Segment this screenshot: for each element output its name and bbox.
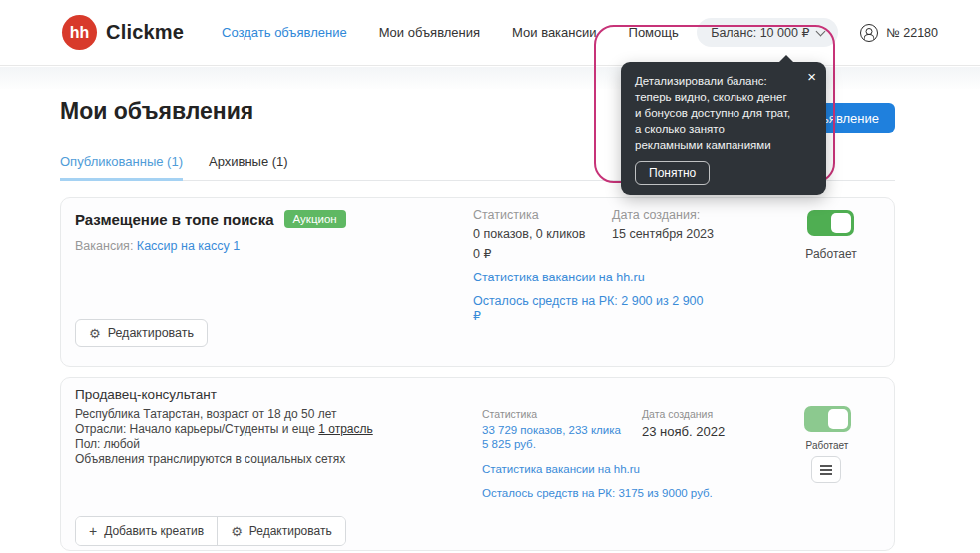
account-menu[interactable]: № 22180 <box>860 24 938 42</box>
tab-archived[interactable]: Архивные (1) <box>209 154 288 181</box>
nav-my-ads[interactable]: Мои объявления <box>379 25 480 40</box>
status-label: Работает <box>792 440 862 451</box>
vacancy-stats-link[interactable]: Статистика вакансии на hh.ru <box>473 271 713 284</box>
toggle-knob <box>828 409 848 429</box>
edit-button-label: Редактировать <box>249 524 332 538</box>
budget-remaining-link[interactable]: Осталось средств на РК: 2 900 из 2 900 ₽ <box>473 294 713 323</box>
created-label: Дата создания <box>642 408 725 420</box>
clickme-logo[interactable]: hh Clickme <box>62 15 184 50</box>
ad-card-top-placement: Размещение в топе поиска Аукцион Ваканси… <box>60 197 895 367</box>
chevron-down-icon <box>816 26 826 36</box>
region-line: Республика Татарстан, возраст от 18 до 5… <box>75 407 373 422</box>
vacancy-stats-link[interactable]: Статистика вакансии на hh.ru <box>482 463 722 475</box>
add-creative-button[interactable]: + Добавить креатив <box>76 517 217 545</box>
vacancy-label: Вакансия: <box>75 239 133 253</box>
nav-create-ad[interactable]: Создать объявление <box>222 25 347 40</box>
gear-icon: ⚙ <box>231 525 243 538</box>
clickme-app: hh Clickme Создать объявление Мои объявл… <box>0 0 980 553</box>
top-header: hh Clickme Создать объявление Мои объявл… <box>0 0 980 66</box>
nav-my-vacancies[interactable]: Мои вакансии <box>512 25 596 40</box>
budget-remaining-link[interactable]: Осталось средств на РК: 3175 из 9000 руб… <box>482 487 722 499</box>
header-right: Баланс: 10 000 ₽ № 22180 <box>697 18 938 47</box>
industry-more-link[interactable]: 1 отрасль <box>318 422 373 436</box>
hh-logo-icon: hh <box>62 15 97 50</box>
stats-spend: 0 ₽ <box>473 246 713 261</box>
gear-icon: ⚙ <box>89 327 101 340</box>
close-icon[interactable]: × <box>807 69 816 84</box>
created-column: Дата создания 23 нояб. 2022 <box>642 408 725 439</box>
card-menu-button[interactable] <box>811 456 841 483</box>
toggle-knob <box>831 213 851 233</box>
created-column: Дата создания: 15 сентября 2023 <box>612 208 714 241</box>
status-toggle[interactable] <box>807 210 854 236</box>
vacancy-row: Вакансия: Кассир на кассу 1 <box>75 239 240 253</box>
industry-line: Отрасли: Начало карьеры/Студенты и еще 1… <box>75 422 373 437</box>
add-creative-label: Добавить креатив <box>104 524 204 538</box>
auction-badge: Аукцион <box>284 210 346 228</box>
main-nav: Создать объявление Мои объявления Мои ва… <box>222 25 679 40</box>
menu-icon <box>820 469 832 471</box>
created-value: 23 нояб. 2022 <box>642 424 725 439</box>
stats-spend-link[interactable]: 5 825 руб. <box>482 438 722 450</box>
edit-button-label: Редактировать <box>108 326 194 340</box>
edit-button[interactable]: ⚙ Редактировать <box>75 319 208 347</box>
user-icon <box>860 24 878 42</box>
ad-card-seller-consultant: Продавец-консультант Республика Татарста… <box>60 377 895 551</box>
gender-line: Пол: любой <box>75 437 373 452</box>
status-toggle[interactable] <box>804 406 851 432</box>
nav-help[interactable]: Помощь <box>629 25 679 40</box>
balance-coachmark-tooltip: × Детализировали баланс: теперь видно, с… <box>621 62 826 195</box>
plus-icon: + <box>89 524 97 538</box>
card-title-row: Размещение в топе поиска Аукцион <box>75 210 346 228</box>
tooltip-message: Детализировали баланс: теперь видно, ско… <box>635 73 812 153</box>
industry-prefix: Отрасли: Начало карьеры/Студенты и еще <box>75 422 318 436</box>
social-line: Объявления транслируются в социальных се… <box>75 452 373 467</box>
tooltip-confirm-button[interactable]: Понятно <box>635 161 710 185</box>
page-title: Мои объявления <box>60 98 253 125</box>
targeting-description: Республика Татарстан, возраст от 18 до 5… <box>75 407 373 467</box>
account-number: № 22180 <box>886 26 938 40</box>
brand-name: Clickme <box>106 21 184 44</box>
card-actions: + Добавить креатив ⚙ Редактировать <box>75 516 346 546</box>
created-value: 15 сентября 2023 <box>612 227 714 241</box>
balance-dropdown[interactable]: Баланс: 10 000 ₽ <box>697 18 838 47</box>
hh-logo-text: hh <box>70 24 90 42</box>
card-title: Продавец-консультант <box>75 387 217 402</box>
edit-button[interactable]: ⚙ Редактировать <box>217 517 345 545</box>
card-title: Размещение в топе поиска <box>75 211 274 228</box>
tooltip-arrow <box>778 55 794 63</box>
tab-published[interactable]: Опубликованные (1) <box>60 154 183 181</box>
balance-label: Баланс: 10 000 ₽ <box>711 25 809 40</box>
vacancy-link[interactable]: Кассир на кассу 1 <box>137 239 240 253</box>
status-label: Работает <box>795 247 867 261</box>
created-label: Дата создания: <box>612 208 714 222</box>
